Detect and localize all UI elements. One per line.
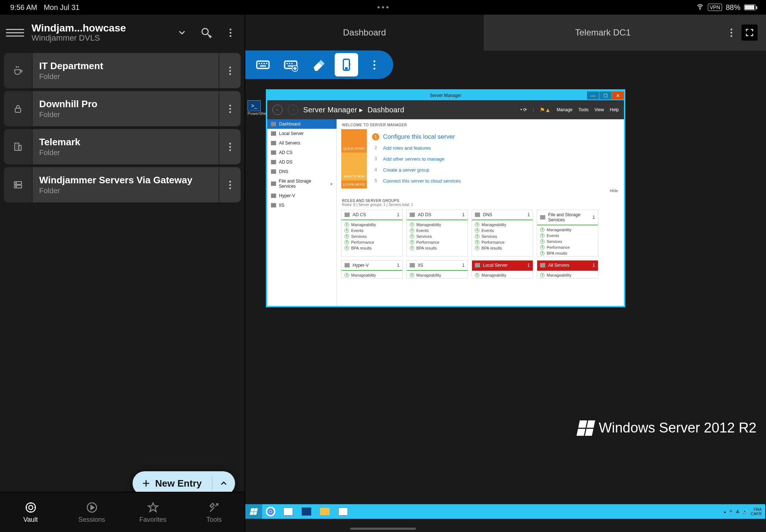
menu-tools[interactable]: Tools: [579, 107, 589, 112]
tile-metric[interactable]: BPA results: [472, 245, 533, 251]
sm-nav-item[interactable]: All Servers: [267, 138, 336, 148]
nav-favorites[interactable]: Favorites: [122, 492, 183, 532]
tray-up-icon[interactable]: ▴: [724, 509, 726, 514]
quickstart-step[interactable]: 2Add roles and features: [372, 142, 614, 153]
nav-forward-icon[interactable]: →: [288, 105, 298, 115]
hide-link[interactable]: Hide: [337, 188, 624, 194]
tile-metric[interactable]: Manageability: [537, 227, 598, 233]
vault-item[interactable]: Telemark Folder: [4, 129, 241, 165]
tile-metric[interactable]: Events: [472, 228, 533, 233]
toolbar-eraser-icon[interactable]: [307, 53, 330, 76]
nav-sessions[interactable]: Sessions: [61, 492, 122, 532]
tile-metric[interactable]: Manageability: [342, 222, 402, 228]
remote-taskbar[interactable]: ▴ ⚑ 🖧 🔊 FRACAFR: [245, 504, 765, 519]
vault-item-more-icon[interactable]: [219, 129, 241, 165]
role-tile[interactable]: AD DS1ManageabilityEventsServicesPerform…: [406, 210, 468, 256]
tile-metric[interactable]: Services: [537, 239, 598, 244]
tile-metric[interactable]: Manageability: [537, 272, 598, 278]
role-tile[interactable]: All Servers1Manageability: [537, 260, 598, 278]
desktop-shortcut-powershell[interactable]: >_ PowerShell: [248, 100, 268, 116]
tile-metric[interactable]: Performance: [537, 244, 598, 250]
search-icon[interactable]: [198, 24, 215, 41]
remote-desktop[interactable]: >_ PowerShell Server Manager — ☐ ✕ ←: [245, 50, 765, 519]
nav-back-icon[interactable]: ←: [272, 105, 283, 115]
sm-nav-item[interactable]: Hyper-V: [267, 191, 336, 201]
toolbar-more-icon[interactable]: [362, 53, 386, 76]
sm-nav-item[interactable]: AD DS: [267, 157, 336, 167]
tile-metric[interactable]: Manageability: [407, 272, 468, 278]
role-tile[interactable]: Hyper-V1Manageability: [341, 260, 403, 278]
vault-item[interactable]: Downhill Pro Folder: [4, 91, 241, 127]
sm-nav-item[interactable]: DNS: [267, 167, 336, 176]
tile-metric[interactable]: Performance: [342, 239, 402, 245]
nav-tools[interactable]: Tools: [183, 492, 245, 532]
tray-flag-icon[interactable]: ⚑: [729, 509, 733, 514]
tile-metric[interactable]: Services: [407, 233, 468, 239]
quickstart-step[interactable]: 4Create a server group: [372, 164, 614, 175]
multitask-dots-icon[interactable]: [378, 6, 388, 8]
window-maximize-button[interactable]: ☐: [599, 91, 611, 100]
window-close-button[interactable]: ✕: [611, 91, 624, 100]
tray-sound-icon[interactable]: 🔊: [743, 509, 748, 514]
tile-metric[interactable]: Events: [407, 228, 468, 233]
sm-nav-item[interactable]: Dashboard: [267, 119, 336, 129]
tile-metric[interactable]: Manageability: [472, 222, 533, 228]
tab-dashboard[interactable]: Dashboard: [245, 15, 484, 50]
menu-view[interactable]: View: [595, 107, 604, 112]
hamburger-menu-icon[interactable]: [6, 23, 24, 42]
sm-nav-item[interactable]: AD CS: [267, 148, 336, 157]
server-manager-window[interactable]: Server Manager — ☐ ✕ ← → Server Manager …: [266, 89, 625, 307]
taskbar-tray[interactable]: ▴ ⚑ 🖧 🔊 FRACAFR: [720, 507, 765, 516]
taskbar-powershell-icon[interactable]: [298, 506, 315, 517]
quickstart-step[interactable]: 3Add other servers to manage: [372, 153, 614, 164]
role-tile[interactable]: File and Storage Services1ManageabilityE…: [537, 210, 598, 256]
tile-metric[interactable]: Manageability: [472, 272, 533, 278]
nav-vault[interactable]: Vault: [0, 492, 61, 532]
tray-language[interactable]: FRACAFR: [751, 507, 762, 516]
tile-metric[interactable]: Events: [342, 228, 402, 233]
taskbar-explorer-icon[interactable]: [316, 506, 333, 517]
role-tile[interactable]: IIS1Manageability: [406, 260, 468, 278]
new-entry-expand-icon[interactable]: [212, 479, 235, 488]
header-more-icon[interactable]: [222, 24, 239, 41]
remote-viewport[interactable]: >_ PowerShell Server Manager — ☐ ✕ ←: [245, 50, 766, 532]
tile-metric[interactable]: Manageability: [407, 222, 468, 228]
tile-metric[interactable]: Events: [537, 233, 598, 239]
tile-metric[interactable]: Services: [342, 233, 402, 239]
role-tile[interactable]: DNS1ManageabilityEventsServicesPerforman…: [472, 210, 533, 256]
taskbar-app-icon[interactable]: [335, 506, 352, 517]
vault-item-more-icon[interactable]: [219, 167, 241, 203]
menu-help[interactable]: Help: [610, 107, 619, 112]
tab-session[interactable]: Telemark DC1: [484, 15, 722, 50]
vault-item[interactable]: IT Department Folder: [4, 53, 241, 89]
home-indicator[interactable]: [350, 528, 416, 530]
toolbar-keyboard-icon[interactable]: [251, 53, 275, 76]
menu-manage[interactable]: Manage: [557, 107, 572, 112]
fullscreen-icon[interactable]: [741, 25, 758, 41]
toolbar-keyboard-plus-icon[interactable]: [279, 53, 302, 76]
vault-item-more-icon[interactable]: [219, 91, 241, 127]
role-tile[interactable]: AD CS1ManageabilityEventsServicesPerform…: [341, 210, 403, 256]
tile-metric[interactable]: BPA results: [407, 245, 468, 251]
taskbar-chrome-icon[interactable]: [266, 507, 275, 516]
sm-nav-item[interactable]: IIS: [267, 201, 336, 210]
quickstart-step[interactable]: 1Configure this local server: [372, 131, 614, 142]
quickstart-step[interactable]: 5Connect this server to cloud services: [372, 175, 614, 186]
tile-metric[interactable]: BPA results: [537, 250, 598, 256]
tile-metric[interactable]: Manageability: [342, 272, 402, 278]
toolbar-touch-icon[interactable]: [335, 53, 358, 76]
tile-metric[interactable]: Performance: [472, 239, 533, 245]
tab-more-icon[interactable]: [730, 29, 732, 37]
vault-item[interactable]: Windjammer Servers Via Gateway Folder: [4, 167, 241, 203]
start-button[interactable]: [245, 504, 262, 519]
taskbar-server-manager-icon[interactable]: [280, 506, 297, 517]
vault-selector[interactable]: Windjam...howcase Windjammer DVLS: [31, 22, 166, 43]
tile-metric[interactable]: BPA results: [342, 245, 402, 251]
vault-item-more-icon[interactable]: [219, 53, 241, 89]
refresh-icon[interactable]: • ⟳: [521, 107, 527, 112]
tile-metric[interactable]: Performance: [407, 239, 468, 245]
chevron-down-icon[interactable]: [174, 24, 190, 41]
sm-nav-item[interactable]: File and Storage Services ▸: [267, 176, 336, 191]
tile-metric[interactable]: Services: [472, 233, 533, 239]
window-minimize-button[interactable]: —: [587, 91, 599, 100]
